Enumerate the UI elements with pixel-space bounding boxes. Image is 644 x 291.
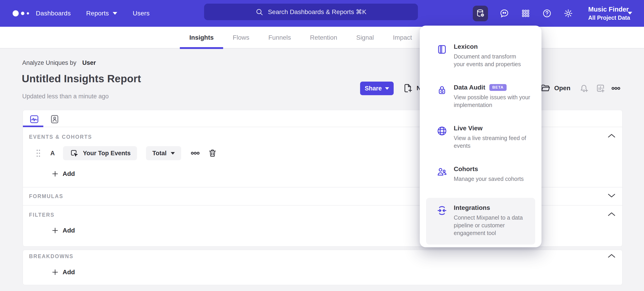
event-chip-label: Your Top Events (83, 150, 131, 157)
drag-handle[interactable] (35, 148, 41, 158)
add-to-dashboard-button[interactable] (596, 83, 606, 93)
metric-selector-chip[interactable]: Total (146, 146, 181, 160)
add-event-label: Add (62, 170, 75, 177)
chat-bubble-icon (500, 8, 509, 18)
menu-item-title: Data Audit (454, 84, 485, 91)
menu-item-lexicon-text: Lexicon Document and transform your even… (454, 43, 531, 68)
cohorts-people-icon (436, 166, 448, 177)
menu-item-title: Lexicon (454, 43, 478, 50)
feedback-button[interactable] (499, 8, 509, 18)
expand-chevron-down-icon[interactable] (608, 193, 616, 198)
events-view-tab[interactable] (29, 114, 40, 124)
open-button[interactable]: Open (540, 83, 570, 93)
report-tabs: Insights Flows Funnels Retention Signal … (180, 27, 422, 48)
event-selector-chip[interactable]: Your Top Events (63, 146, 137, 160)
nav-item-users-label: Users (133, 10, 150, 17)
nav-links: Dashboards Reports Users (36, 10, 150, 17)
tab-funnels[interactable]: Funnels (259, 27, 300, 48)
menu-item-integrations-text: Integrations Connect Mixpanel to a data … (454, 204, 531, 237)
menu-item-data-audit[interactable]: Data Audit BETA View possible issues wit… (426, 79, 535, 113)
more-options-button[interactable] (611, 83, 621, 93)
project-selector[interactable]: Music Finder All Project Data (588, 0, 630, 27)
menu-item-description: Document and transform your events and p… (454, 52, 531, 68)
integrations-sync-icon (436, 205, 448, 216)
analyze-value-button[interactable]: User (82, 59, 96, 66)
nav-item-reports[interactable]: Reports (86, 10, 117, 17)
search-input[interactable]: Search Dashboards & Reports ⌘K (204, 4, 418, 20)
formulas-header: FORMULAS (29, 193, 63, 199)
nav-item-users[interactable]: Users (133, 10, 150, 17)
nav-item-dashboards-label: Dashboards (36, 10, 71, 17)
grid-icon (521, 9, 530, 18)
menu-item-title: Cohorts (454, 165, 478, 173)
trash-icon (208, 148, 217, 158)
globe-icon (436, 126, 448, 136)
settings-button[interactable] (563, 8, 573, 18)
menu-item-cohorts[interactable]: Cohorts Manage your saved cohorts (426, 161, 535, 187)
chart-plus-icon (596, 83, 606, 93)
menu-item-lexicon[interactable]: Lexicon Document and transform your even… (426, 38, 535, 72)
report-actions: Share New Open (0, 81, 644, 96)
collapse-chevron-up-icon[interactable] (608, 212, 616, 216)
search-placeholder: Search Dashboards & Reports ⌘K (268, 8, 366, 16)
report-tabbar: Insights Flows Funnels Retention Signal … (0, 27, 644, 48)
event-row-more-button[interactable] (190, 148, 200, 158)
tab-signal[interactable]: Signal (347, 27, 384, 48)
ellipsis-icon (611, 83, 621, 93)
menu-item-integrations[interactable]: Integrations Connect Mixpanel to a data … (426, 198, 535, 245)
project-scope: All Project Data (588, 14, 630, 21)
nav-item-reports-label: Reports (86, 10, 109, 17)
breakdowns-card: BREAKDOWNS Add (23, 250, 622, 285)
filters-header: FILTERS (29, 212, 54, 218)
menu-item-description: View a live streaming feed of events (454, 134, 531, 150)
profiles-view-tab[interactable] (50, 114, 60, 124)
menu-item-title: Live View (454, 125, 482, 132)
add-breakdown-button[interactable]: Add (52, 269, 75, 276)
question-circle-icon (542, 8, 552, 18)
chevron-down-icon (171, 152, 175, 155)
add-event-button[interactable]: Add (52, 170, 75, 177)
data-management-button[interactable] (473, 6, 488, 21)
project-chevron-down-icon[interactable] (628, 12, 632, 14)
event-row-letter: A (50, 150, 55, 157)
search-icon (256, 8, 263, 16)
lexicon-book-icon (436, 44, 448, 55)
tab-impact[interactable]: Impact (384, 27, 422, 48)
menu-item-description: Connect Mixpanel to a data pipeline or c… (454, 214, 531, 237)
project-name: Music Finder (588, 6, 630, 13)
nav-icon-group (473, 0, 573, 27)
open-label: Open (554, 84, 570, 92)
active-view-underline (23, 126, 43, 127)
share-label: Share (365, 85, 382, 92)
pulse-chart-icon (29, 114, 40, 124)
add-filter-button[interactable]: Add (52, 227, 75, 234)
metric-chip-label: Total (152, 150, 167, 157)
add-filter-label: Add (62, 227, 75, 234)
help-button[interactable] (542, 8, 552, 18)
menu-item-description: View possible issues with your implement… (454, 93, 531, 109)
nav-item-dashboards[interactable]: Dashboards (36, 10, 71, 17)
share-button[interactable]: Share (360, 82, 394, 95)
chevron-down-icon (113, 12, 117, 15)
data-management-menu: Lexicon Document and transform your even… (420, 26, 542, 247)
lock-audit-icon (436, 85, 448, 96)
menu-item-live-view[interactable]: Live View View a live streaming feed of … (426, 120, 535, 154)
tab-insights[interactable]: Insights (180, 27, 223, 48)
chevron-down-icon (385, 87, 389, 90)
event-row-delete-button[interactable] (208, 148, 218, 158)
events-cohorts-header: EVENTS & COHORTS (29, 134, 92, 140)
collapse-chevron-up-icon[interactable] (608, 254, 616, 258)
collapse-chevron-up-icon[interactable] (608, 133, 616, 138)
breakdowns-section: BREAKDOWNS Add (23, 250, 622, 285)
menu-item-data-audit-text: Data Audit BETA View possible issues wit… (454, 84, 531, 109)
tab-flows[interactable]: Flows (223, 27, 259, 48)
menu-item-description: Manage your saved cohorts (454, 175, 531, 183)
ellipsis-icon (190, 148, 200, 158)
tab-retention[interactable]: Retention (300, 27, 347, 48)
create-alert-button[interactable] (579, 83, 589, 93)
menu-item-title: Integrations (454, 204, 490, 212)
apps-grid-button[interactable] (521, 8, 530, 18)
document-plus-icon (402, 83, 413, 93)
analyze-prefix: Analyze Uniques by (22, 59, 76, 66)
mixpanel-logo[interactable] (12, 10, 32, 17)
